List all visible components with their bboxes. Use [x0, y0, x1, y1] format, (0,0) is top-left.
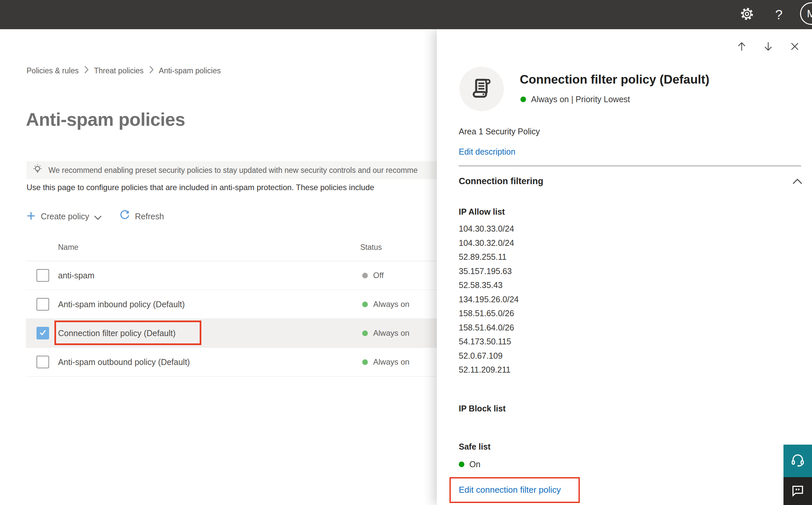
policy-name: anti-spam: [58, 261, 94, 290]
support-button[interactable]: [784, 445, 812, 477]
status-label: Always on: [373, 357, 409, 367]
feedback-button[interactable]: [784, 477, 812, 505]
chevron-down-icon: [94, 212, 102, 222]
help-icon: ?: [775, 7, 783, 22]
policy-name: Anti-spam inbound policy (Default): [58, 290, 185, 319]
status-label: Off: [373, 271, 384, 280]
policy-table: anti-spam Off Anti-spam inbound policy (…: [26, 261, 437, 377]
previous-item-button[interactable]: [736, 41, 747, 52]
policy-icon-circle: [459, 67, 504, 111]
edit-description-link[interactable]: Edit description: [459, 147, 516, 157]
ip-entry: 52.89.255.11: [459, 250, 519, 264]
safe-list-status-label: On: [469, 460, 480, 469]
status-dot-on: [362, 359, 368, 365]
ip-entry: 52.11.209.211: [459, 363, 519, 377]
main-content: Policies & rules Threat policies Anti-sp…: [0, 29, 437, 505]
page-title: Anti-spam policies: [26, 109, 185, 130]
ip-allow-list-header: IP Allow list: [459, 207, 505, 217]
status-label: Always on: [373, 328, 409, 338]
banner-text: We recommend enabling preset security po…: [48, 166, 418, 175]
ip-entry: 52.0.67.109: [459, 349, 519, 363]
ip-entry: 52.58.35.43: [459, 278, 519, 292]
panel-status-line: Always on | Priority Lowest: [521, 95, 630, 104]
top-app-bar: ? M: [0, 0, 812, 29]
ip-block-list-header: IP Block list: [459, 404, 505, 413]
panel-title: Connection filter policy (Default): [520, 73, 709, 87]
panel-toolbar: [736, 41, 800, 52]
breadcrumb-anti-spam-policies[interactable]: Anti-spam policies: [159, 66, 221, 75]
policy-status: Always on: [362, 290, 409, 319]
policy-name: Connection filter policy (Default): [58, 319, 176, 347]
ip-entry: 134.195.26.0/24: [459, 292, 519, 307]
lightbulb-icon: [32, 163, 43, 177]
connection-filtering-section-header: Connection filtering: [459, 176, 543, 186]
table-row-inbound-default[interactable]: Anti-spam inbound policy (Default) Alway…: [26, 290, 437, 319]
policy-name: Anti-spam outbound policy (Default): [58, 348, 190, 376]
ip-allow-list: 104.30.33.0/24 104.30.32.0/24 52.89.255.…: [459, 222, 519, 377]
next-item-button[interactable]: [763, 41, 774, 52]
policy-status: Always on: [362, 319, 409, 347]
toolbar: + Create policy Refresh: [26, 208, 164, 224]
status-dot-on: [521, 97, 526, 102]
avatar-initial: M: [807, 8, 812, 20]
column-header-name[interactable]: Name: [58, 243, 78, 252]
ip-entry: 54.173.50.115: [459, 334, 519, 349]
row-checkbox-checked[interactable]: [36, 327, 49, 339]
table-row-connection-filter[interactable]: Connection filter policy (Default) Alway…: [26, 319, 437, 348]
breadcrumb-threat-policies[interactable]: Threat policies: [94, 66, 144, 75]
breadcrumb: Policies & rules Threat policies Anti-sp…: [26, 66, 221, 76]
status-label: Always on: [373, 300, 409, 309]
chat-feedback-icon: [790, 483, 805, 499]
policy-status: Always on: [362, 348, 409, 376]
status-dot-on: [362, 302, 368, 307]
checkmark-icon: [38, 328, 47, 338]
ip-entry: 158.51.65.0/26: [459, 306, 519, 321]
table-row-outbound-default[interactable]: Anti-spam outbound policy (Default) Alwa…: [26, 348, 437, 377]
account-avatar[interactable]: M: [800, 2, 812, 25]
screen: ? M Policies & rules Threat policies Ant…: [0, 0, 812, 505]
status-dot-off: [362, 273, 368, 278]
details-flyout-panel: Connection filter policy (Default) Alway…: [437, 29, 812, 505]
status-dot-on: [362, 330, 368, 336]
breadcrumb-policies-rules[interactable]: Policies & rules: [26, 66, 78, 75]
refresh-label: Refresh: [135, 212, 164, 221]
create-policy-label: Create policy: [41, 212, 89, 221]
safe-list-status: On: [459, 460, 480, 469]
settings-button[interactable]: [734, 0, 760, 29]
policy-description: Area 1 Security Policy: [459, 127, 540, 136]
safe-list-header: Safe list: [459, 442, 490, 452]
panel-divider: [459, 166, 801, 166]
chevron-up-icon[interactable]: [792, 178, 802, 186]
recommendation-banner: We recommend enabling preset security po…: [26, 161, 437, 179]
chevron-right-icon: [84, 66, 88, 76]
table-row-anti-spam[interactable]: anti-spam Off: [26, 261, 437, 290]
ip-entry: 35.157.195.63: [459, 264, 519, 278]
headset-icon: [789, 452, 806, 470]
plus-icon: +: [26, 209, 35, 222]
chevron-right-icon: [149, 66, 154, 76]
create-policy-button[interactable]: + Create policy: [26, 210, 102, 222]
edit-connection-filter-policy-link[interactable]: Edit connection filter policy: [459, 485, 561, 495]
ip-entry: 158.51.64.0/26: [459, 321, 519, 335]
ip-entry: 104.30.33.0/24: [459, 222, 519, 236]
panel-status-text: Always on | Priority Lowest: [531, 95, 630, 104]
scroll-policy-icon: [470, 76, 493, 102]
row-checkbox[interactable]: [36, 269, 49, 282]
status-dot-on: [459, 462, 464, 467]
refresh-button[interactable]: Refresh: [119, 210, 164, 223]
close-panel-button[interactable]: [789, 41, 800, 52]
page-description: Use this page to configure policies that…: [26, 183, 437, 192]
row-checkbox[interactable]: [36, 356, 49, 368]
column-header-status[interactable]: Status: [360, 243, 382, 252]
help-button[interactable]: ?: [766, 0, 792, 29]
policy-status: Off: [362, 261, 384, 290]
gear-icon: [740, 7, 754, 23]
ip-entry: 104.30.32.0/24: [459, 236, 519, 250]
row-checkbox[interactable]: [36, 298, 49, 311]
refresh-icon: [119, 210, 130, 223]
